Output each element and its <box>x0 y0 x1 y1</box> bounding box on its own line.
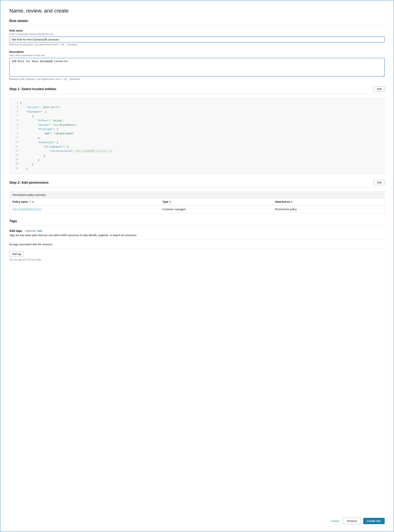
tags-section-title: Tags <box>9 219 385 223</box>
step2-title: Step 2: Add permissions <box>9 181 49 185</box>
page-title: Name, review, and create <box>9 8 385 14</box>
step2-divider <box>9 187 385 188</box>
description-label: Description <box>9 50 385 53</box>
description-input[interactable] <box>9 58 385 77</box>
add-tag-button[interactable]: Add tag <box>9 251 24 257</box>
policy-name-cell: Hevo DynamoDB Access <box>10 205 160 213</box>
code-line-3: 3 "Statement": [ <box>10 110 384 114</box>
step1-edit-button[interactable]: Edit <box>374 87 385 92</box>
code-line-12: 12 "sts:ExternalId": Hevo DynamoDB exter… <box>10 149 384 153</box>
code-line-14: 14 } <box>10 158 384 162</box>
no-tags-text: No tags associated with the resource. <box>9 240 385 249</box>
description-field-group: Description Add a short explanation for … <box>9 50 385 81</box>
step1-divider <box>9 94 385 94</box>
th-attached-as: Attached as <box>272 198 385 205</box>
code-line-16: 16 ] <box>10 167 384 171</box>
role-name-constraint: Maximum 64 characters. Use alphanumeric … <box>9 43 385 46</box>
code-line-7: 7 "Principal": { <box>10 127 384 131</box>
role-details-section: Role details Role name Enter a meaningfu… <box>9 19 385 81</box>
type-sort-icon[interactable] <box>170 200 171 203</box>
trusted-entities-code: 1 { 2 "Version": "2012-10-17", 3 "Statem… <box>9 98 385 174</box>
th-type: Type <box>160 198 272 205</box>
policy-name-link[interactable]: Hevo DynamoDB Access <box>12 208 42 211</box>
code-line-4: 4 { <box>10 114 384 118</box>
type-col-label: Type <box>162 200 168 203</box>
create-role-button[interactable]: Create role <box>363 518 385 524</box>
step1-header: Step 1: Select trusted entities Edit <box>9 87 385 92</box>
tags-section: Tags Add tags - optional Info Tags are k… <box>9 219 385 261</box>
th-policy-name: Policy name <box>10 198 160 205</box>
policy-name-col-label: Policy name <box>12 200 28 203</box>
tags-divider <box>9 225 385 225</box>
code-line-1: 1 { <box>10 101 384 105</box>
table-row: Hevo DynamoDB Access Customer managed Pe… <box>10 205 385 213</box>
add-tags-title: Add tags <box>9 229 22 233</box>
role-details-title: Role details <box>9 19 385 23</box>
code-line-10: 10 "Condition": { <box>10 140 384 145</box>
code-line-15: 15 } <box>10 162 384 166</box>
type-cell: Customer managed <box>160 205 272 213</box>
code-line-13: 13 } <box>10 153 384 158</box>
info-link[interactable]: Info <box>37 230 42 232</box>
attached-as-sort-icon[interactable] <box>291 200 293 203</box>
cancel-button[interactable]: Cancel <box>330 518 341 524</box>
add-tags-header: Add tags - optional Info <box>9 229 385 233</box>
bottom-actions: Cancel Previous Create role <box>330 518 385 524</box>
role-name-input[interactable] <box>9 36 385 43</box>
previous-button[interactable]: Previous <box>343 518 361 524</box>
tags-description: Tags are key-value pairs that you can ad… <box>9 234 385 237</box>
step2-edit-button[interactable]: Edit <box>374 180 385 185</box>
code-line-6: 6 "Action": "sts:AssumeRole", <box>10 123 384 127</box>
code-line-8: 8 "AWS": "393309748692" <box>10 132 384 136</box>
permissions-summary-box: Permissions policy summary <box>9 191 385 198</box>
external-link-icon <box>29 201 31 203</box>
step2-section: Step 2: Add permissions Edit Permissions… <box>9 180 385 213</box>
attached-as-col-label: Attached as <box>275 200 290 203</box>
code-line-2: 2 "Version": "2012-10-17", <box>10 105 384 110</box>
permissions-summary-label: Permissions policy summary <box>12 193 46 196</box>
step1-title: Step 1: Select trusted entities <box>9 87 56 91</box>
code-line-5: 5 "Effect": "Allow", <box>10 118 384 123</box>
role-name-label: Role name <box>9 29 385 32</box>
description-hint: Add a short explanation for this role. <box>9 54 385 57</box>
attached-as-cell: Permissions policy <box>272 205 385 213</box>
step1-section: Step 1: Select trusted entities Edit 1 {… <box>9 87 385 174</box>
description-constraint: Maximum 1000 characters. Use alphanumeri… <box>9 78 385 81</box>
permissions-table: Policy name <box>9 198 385 213</box>
policy-name-sort-icon[interactable] <box>32 200 34 203</box>
table-header-row: Policy name <box>10 198 385 205</box>
role-name-hint: Enter a meaningful name to identify this… <box>9 33 385 36</box>
code-line-11: 11 "StringEquals": { <box>10 145 384 149</box>
step2-header: Step 2: Add permissions Edit <box>9 180 385 185</box>
role-name-field-group: Role name Enter a meaningful name to ide… <box>9 29 385 46</box>
optional-label: - optional <box>24 229 36 233</box>
divider <box>9 25 385 26</box>
tag-limit-text: You can add up to 50 more tags. <box>9 258 385 261</box>
code-line-9: 9 }, <box>10 136 384 140</box>
